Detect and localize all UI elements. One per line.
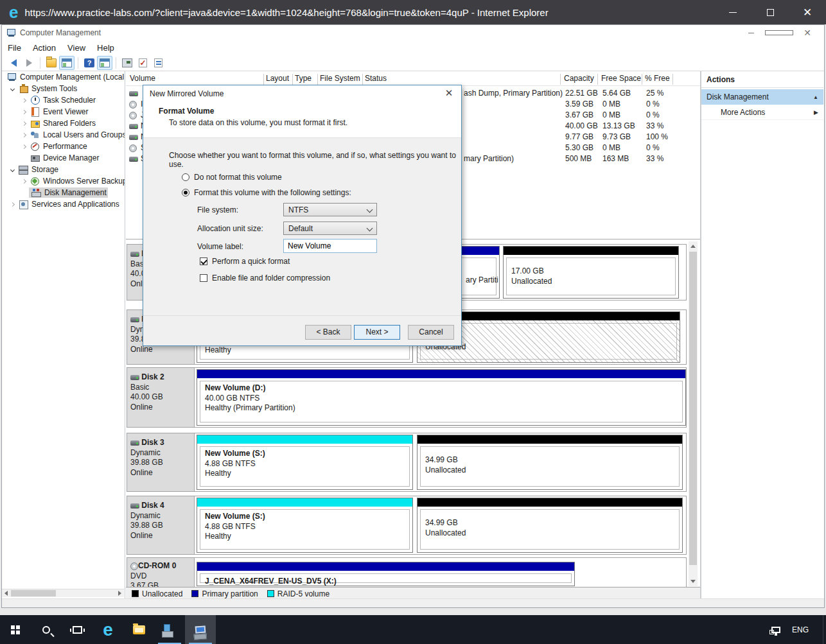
tree-item-local-users-and-groups[interactable]: Local Users and Groups [2,129,125,141]
dialog-close-icon[interactable]: ✕ [442,87,456,100]
cm-titlebar[interactable]: Computer Management ✕ [2,25,824,40]
column-type[interactable]: Type [295,74,312,85]
collapse-arrow-icon[interactable]: ▲ [813,94,818,100]
chevron-expanded-icon[interactable] [7,168,17,171]
scroll-down-icon[interactable] [689,577,698,586]
dialog-titlebar[interactable]: New Mirrored Volume ✕ [143,85,461,101]
language-indicator[interactable]: ENG [792,625,809,634]
computer-management-taskbar-icon[interactable] [185,615,216,644]
menu-action[interactable]: Action [27,42,62,54]
checkbox-icon[interactable] [200,274,207,282]
unallocated-block[interactable]: 34.99 GB Unallocated [417,498,683,553]
forward-arrow-icon[interactable] [21,56,37,70]
start-button[interactable] [0,615,31,644]
compression-checkbox[interactable]: Enable file and folder compression [200,274,330,283]
menu-help[interactable]: Help [91,42,120,54]
tree-item-performance[interactable]: Performance [2,141,125,152]
standard-check-icon[interactable] [135,56,150,70]
disk2-header[interactable]: Disk 2 Basic 40.00 GB Online [127,368,195,427]
graph-vertical-scrollbar[interactable] [689,241,698,586]
column-status[interactable]: Status [365,74,387,85]
cm-minimize-button[interactable] [737,25,765,40]
chevron-collapsed-icon[interactable] [19,145,29,148]
cm-toolbar: ? [2,55,824,71]
scroll-left-icon[interactable] [2,589,10,597]
volume-block[interactable]: New Volume (D:) 40.00 GB NTFS Healthy (P… [197,369,686,426]
console-tree-icon[interactable] [59,56,75,70]
chevron-collapsed-icon[interactable] [7,203,17,206]
column-pct-free[interactable]: % Free [645,74,670,85]
tree-horizontal-scrollbar[interactable] [2,589,124,597]
next-button[interactable]: Next > [354,325,400,340]
ie-maximize-button[interactable] [751,0,789,24]
ie-minimize-button[interactable] [714,0,751,24]
column-free-space[interactable]: Free Space [601,74,641,85]
unallocated-block[interactable]: 34.99 GB Unallocated [417,435,683,490]
cd-volume-block[interactable]: J_CENA_X64FREV_EN-US_DV5 (X:) [197,562,575,586]
tree-item-device-manager[interactable]: Device Manager [2,152,125,164]
column-file-system[interactable]: File System [320,74,360,85]
disk4-header[interactable]: Disk 4 Dynamic 39.88 GB Online [127,496,195,554]
cm-restore-button[interactable] [765,25,793,40]
column-layout[interactable]: Layout [266,74,289,85]
help-icon[interactable]: ? [82,56,97,70]
column-volume[interactable]: Volume [130,74,155,85]
tree-item-task-scheduler[interactable]: Task Scheduler [2,94,125,106]
allocation-unit-label: Allocation unit size: [197,224,263,233]
tree-item-event-viewer[interactable]: Event Viewer [2,106,125,117]
tree-item-computer-management[interactable]: Computer Management (Local [2,71,125,83]
volume-block[interactable]: New Volume (S:) 4.88 GB NTFS Healthy [197,498,413,553]
chevron-collapsed-icon[interactable] [19,122,29,125]
cm-close-button[interactable]: ✕ [793,25,822,40]
scrollbar-thumb[interactable] [689,252,697,565]
console-options-icon[interactable] [150,56,166,70]
action-pane-icon[interactable] [97,56,112,70]
actions-disk-management[interactable]: Disk Management ▲ [701,89,823,105]
actions-more-actions[interactable]: More Actions ▶ [701,105,823,120]
radio-icon[interactable] [182,173,189,181]
menu-file[interactable]: File [2,42,27,54]
chevron-collapsed-icon[interactable] [19,110,29,114]
show-desktop-button[interactable] [823,615,826,644]
tree-item-shared-folders[interactable]: Shared Folders [2,117,125,129]
allocation-unit-select[interactable]: Default [283,222,377,235]
volume-block[interactable]: New Volume (S:) 4.88 GB NTFS Healthy [197,435,413,490]
file-explorer-icon[interactable] [123,615,154,644]
pane-divider[interactable] [125,71,125,598]
search-icon[interactable] [31,615,62,644]
chevron-expanded-icon[interactable] [7,87,17,91]
cancel-button[interactable]: Cancel [408,325,454,340]
radio-format-volume[interactable]: Format this volume with the following se… [182,188,351,197]
task-view-icon[interactable] [62,615,92,644]
back-button[interactable]: < Back [305,325,351,340]
disk3-header[interactable]: Disk 3 Dynamic 39.88 GB Online [127,433,195,491]
cdrom0-header[interactable]: CD-ROM 0 DVD 3.67 GB [127,558,195,587]
radio-selected-icon[interactable] [182,189,189,196]
tree-item-windows-server-backup[interactable]: Windows Server Backup [2,175,125,187]
network-icon[interactable] [771,627,780,633]
popup-window-icon[interactable] [119,56,135,70]
column-capacity[interactable]: Capacity [564,74,594,85]
file-system-select[interactable]: NTFS [283,203,377,216]
tree-item-services-and-applications[interactable]: Services and Applications [2,198,125,210]
scroll-right-icon[interactable] [116,589,124,597]
chevron-collapsed-icon[interactable] [19,180,29,183]
tree-item-system-tools[interactable]: System Tools [2,83,125,94]
radio-do-not-format[interactable]: Do not format this volume [182,173,282,182]
chevron-collapsed-icon[interactable] [19,99,29,102]
chevron-collapsed-icon[interactable] [19,134,29,137]
tree-item-storage[interactable]: Storage [2,164,125,175]
checkbox-checked-icon[interactable] [200,257,207,265]
internet-explorer-icon[interactable]: e [92,615,123,644]
unallocated-block[interactable]: 17.00 GB Unallocated [503,246,679,299]
volume-label-input[interactable] [283,239,377,253]
back-arrow-icon[interactable] [6,56,21,70]
admin-tools-icon[interactable] [154,615,185,644]
tree-item-disk-management[interactable]: Disk Management [2,187,125,198]
ie-close-button[interactable]: ✕ [789,0,826,24]
quick-format-checkbox[interactable]: Perform a quick format [200,257,290,266]
menu-view[interactable]: View [62,42,91,54]
scroll-up-icon[interactable] [689,241,698,251]
scrollbar-thumb[interactable] [11,590,56,596]
export-icon[interactable] [44,56,59,70]
